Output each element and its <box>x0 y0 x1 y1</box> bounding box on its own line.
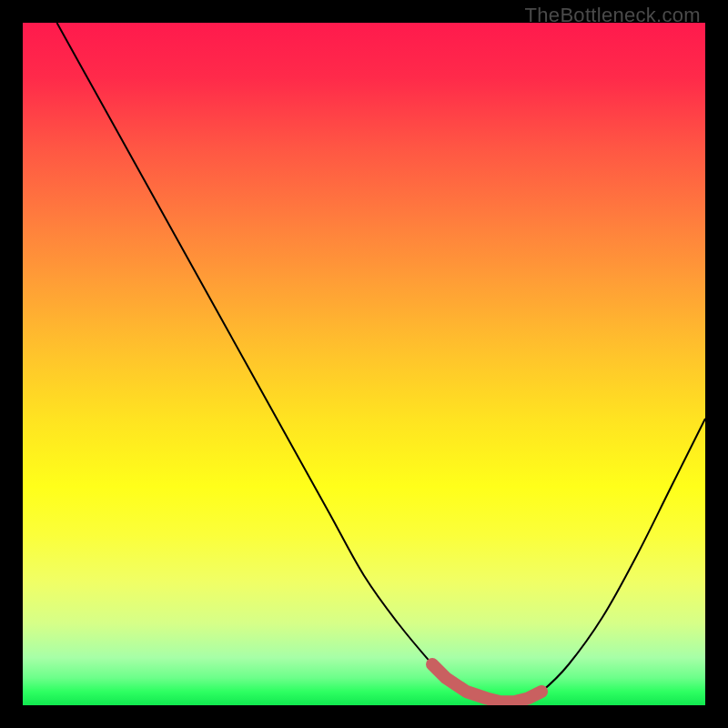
bottleneck-curve <box>57 23 706 703</box>
chart-frame: TheBottleneck.com <box>0 0 728 728</box>
curve-svg <box>23 23 705 705</box>
highlight-segment <box>432 664 541 702</box>
plot-area <box>23 23 705 705</box>
